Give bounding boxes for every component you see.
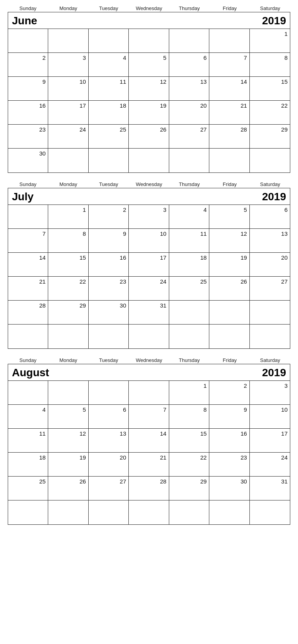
calendar-cell: 21 [209,101,249,125]
calendar-cell: 23 [209,453,249,477]
day-header: Tuesday [88,357,129,363]
calendar-cell: 21 [8,277,48,301]
day-header: Sunday [8,181,48,187]
calendar-cell: 30 [8,149,48,172]
calendar-cell: 20 [89,453,129,477]
calendar-cell: 17 [250,429,290,453]
day-header: Thursday [169,357,210,363]
calendar-cell: 9 [89,229,129,253]
calendar-cell [8,381,48,405]
day-header: Tuesday [88,181,129,187]
calendar-cell: 6 [89,405,129,429]
calendar-cell: 11 [89,77,129,101]
calendar-cell: 20 [169,101,209,125]
calendar-cell: 28 [129,477,169,500]
calendar-month-july: July2019 1234567891011121314151617181920… [8,188,290,349]
month-year: 2019 [262,367,286,379]
day-header: Sunday [8,5,48,11]
calendar-cell: 29 [48,301,88,325]
day-header: Thursday [169,5,210,11]
calendar-cell: 19 [209,253,249,277]
calendar-cell: 22 [169,453,209,477]
calendar-cell: 18 [89,101,129,125]
calendar-cell [89,29,129,53]
month-title-row-august: August2019 [8,364,290,381]
calendar-cell: 14 [209,77,249,101]
calendar-cell: 17 [129,253,169,277]
calendar-cell: 23 [8,125,48,149]
calendar-cell: 21 [129,453,169,477]
month-year: 2019 [262,15,286,27]
day-header: Monday [48,5,89,11]
calendar-cell [48,325,88,348]
calendar-cell: 31 [129,301,169,325]
calendar-cell: 29 [250,125,290,149]
calendar-cell [48,29,88,53]
calendar-cell [209,29,249,53]
calendar-cell: 12 [209,229,249,253]
calendar-cell: 14 [8,253,48,277]
calendar-cell: 22 [250,101,290,125]
calendar-cell: 12 [48,429,88,453]
calendar-cell [8,500,48,524]
day-header: Thursday [169,181,210,187]
calendar-cell [209,500,249,524]
month-year: 2019 [262,191,286,203]
calendar-cell: 8 [48,229,88,253]
calendar-cell: 16 [89,253,129,277]
month-name: August [12,367,49,379]
calendar-cell: 29 [169,477,209,500]
calendar-cell: 4 [89,53,129,77]
calendar-cell: 1 [48,205,88,229]
calendar-cell: 19 [48,453,88,477]
calendar-cell: 17 [48,101,88,125]
calendar-month-june: June2019 1234567891011121314151617181920… [8,12,290,173]
calendar-cell: 26 [129,125,169,149]
calendar-cell: 2 [8,53,48,77]
calendar-cell: 27 [169,125,209,149]
calendar-cell: 30 [89,301,129,325]
calendar-grid-july: 1234567891011121314151617181920212223242… [8,205,290,348]
day-header: Wednesday [129,357,169,363]
calendar-cell: 7 [8,229,48,253]
calendar-cell: 7 [129,405,169,429]
calendar-cell [48,381,88,405]
calendar-cell [209,149,249,172]
footer-url [8,532,290,534]
calendar-cell [169,325,209,348]
day-headers-august: SundayMondayTuesdayWednesdayThursdayFrid… [8,356,290,364]
calendar-cell [129,500,169,524]
calendar-cell: 2 [209,381,249,405]
day-header: Wednesday [129,181,169,187]
calendar-cell: 4 [8,405,48,429]
calendar-cell: 11 [169,229,209,253]
calendar-cell [250,325,290,348]
calendar-cell: 28 [8,301,48,325]
calendar-cell: 5 [129,53,169,77]
calendar-cell: 23 [89,277,129,301]
calendar-cell: 25 [169,277,209,301]
calendar-cell: 13 [169,77,209,101]
calendar-cell [250,301,290,325]
calendar-month-august: August2019 12345678910111213141516171819… [8,364,290,525]
calendar-cell [250,500,290,524]
calendar-cell: 22 [48,277,88,301]
calendar-grid-august: 1234567891011121314151617181920212223242… [8,381,290,524]
calendar-cell: 8 [250,53,290,77]
calendar-cell [89,500,129,524]
day-header: Saturday [250,5,290,11]
day-header: Wednesday [129,5,169,11]
calendar-cell [129,381,169,405]
calendar-cell [8,29,48,53]
calendar-cell: 27 [89,477,129,500]
calendar-cell [48,500,88,524]
calendar-cell: 1 [250,29,290,53]
month-name: June [12,15,37,27]
day-header: Monday [48,357,89,363]
day-header: Friday [210,181,250,187]
calendar-cell: 28 [209,125,249,149]
calendar-cell [89,325,129,348]
calendar-cell [129,325,169,348]
calendar-cell: 11 [8,429,48,453]
month-title-row-july: July2019 [8,188,290,205]
